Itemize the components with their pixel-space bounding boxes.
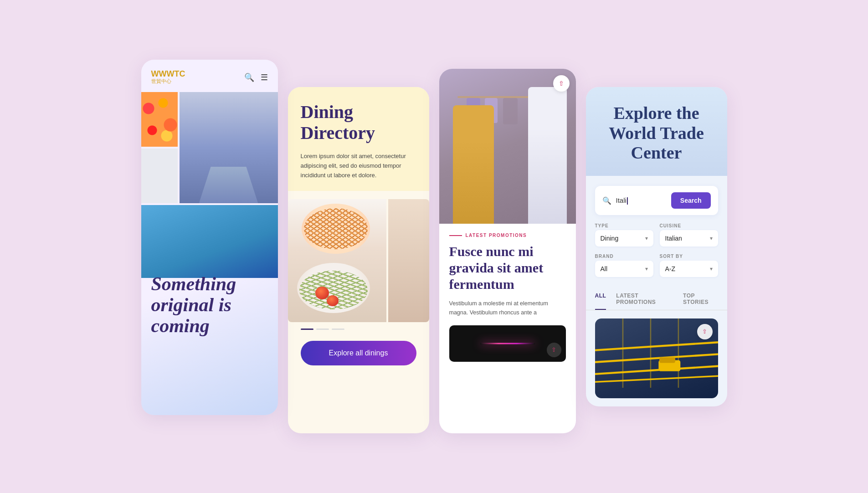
- svg-line-2: [595, 366, 718, 374]
- arch-image: [180, 92, 278, 203]
- search-bar: 🔍 Itali Search: [595, 186, 718, 215]
- video-glow: [480, 343, 535, 344]
- screen1-images: [141, 92, 278, 278]
- promo-line: [449, 235, 462, 236]
- tab-top-stories[interactable]: TOP STORIES: [683, 293, 718, 310]
- logo-text: WWWTC: [151, 70, 185, 78]
- food-image-side: [388, 199, 429, 322]
- chevron-down-icon-2: ▾: [710, 235, 713, 241]
- chevron-down-icon: ▾: [645, 235, 648, 241]
- type-select[interactable]: Dining ▾: [595, 230, 653, 246]
- cuisine-label: CUISINE: [660, 223, 718, 228]
- figure-left: [453, 105, 494, 224]
- screen1-header: WWWTC 世貿中心 🔍 ☰: [141, 60, 278, 89]
- screen4: Explore the World Trade Center 🔍 Itali S…: [586, 87, 727, 406]
- hanger3: [503, 98, 518, 124]
- search-icon: 🔍: [602, 196, 611, 205]
- card-parking: ⇧: [595, 318, 718, 398]
- tab-latest-promotions[interactable]: LATEST PROMOTIONS: [616, 293, 673, 310]
- dining-images: [288, 199, 429, 322]
- dot-1: [316, 329, 329, 330]
- search-icon-btn[interactable]: 🔍: [244, 72, 254, 82]
- logo-sub: 世貿中心: [151, 78, 185, 85]
- promo-title: Fusce nunc mi gravida sit amet fermentum: [449, 243, 566, 293]
- food-image-main: [288, 199, 386, 322]
- type-filter: TYPE Dining ▾: [595, 223, 653, 246]
- sort-label: SORT BY: [660, 254, 718, 259]
- brand-select[interactable]: All ▾: [595, 261, 653, 277]
- logo: WWWTC 世貿中心: [151, 70, 185, 85]
- dot-active: [301, 329, 313, 330]
- svg-line-1: [595, 354, 718, 362]
- sort-filter: SORT BY A-Z ▾: [660, 254, 718, 277]
- video-preview[interactable]: ⇧: [449, 325, 566, 362]
- cta-button-wrap: Explore all dinings: [288, 330, 429, 380]
- screen3-hero-image: ⇧: [439, 69, 576, 224]
- parking-image: ⇧: [595, 318, 718, 398]
- screens-container: WWWTC 世貿中心 🔍 ☰ Something original is com…: [141, 60, 727, 433]
- screen1: WWWTC 世貿中心 🔍 ☰ Something original is com…: [141, 60, 278, 415]
- cuisine-filter: CUISINE Italian ▾: [660, 223, 718, 246]
- share-button-video[interactable]: ⇧: [547, 343, 561, 357]
- menu-icon-btn[interactable]: ☰: [261, 72, 268, 82]
- share-button-card[interactable]: ⇧: [697, 324, 713, 339]
- small-empty-image: [141, 149, 178, 203]
- screen4-top: Explore the World Trade Center: [586, 87, 727, 176]
- svg-rect-8: [659, 357, 675, 363]
- screen1-text: Something original is coming: [141, 269, 278, 350]
- promo-tag-text: LATEST PROMOTIONS: [466, 233, 527, 238]
- explore-title: Explore the World Trade Center: [599, 103, 714, 163]
- svg-line-3: [595, 376, 718, 382]
- content-tabs: ALL LATEST PROMOTIONS TOP STORIES: [586, 284, 727, 310]
- dining-title: Dining Directory: [301, 102, 416, 144]
- share-button-hero[interactable]: ⇧: [553, 75, 570, 92]
- sort-select[interactable]: A-Z ▾: [660, 261, 718, 277]
- chevron-down-icon-3: ▾: [645, 266, 648, 272]
- screen3: ⇧ LATEST PROMOTIONS Fusce nunc mi gravid…: [439, 69, 576, 433]
- screen2-top: Dining Directory Lorem ipsum dolor sit a…: [288, 87, 429, 191]
- svg-line-0: [595, 342, 718, 350]
- search-input[interactable]: Itali: [616, 196, 667, 205]
- screen1-icons: 🔍 ☰: [244, 72, 268, 82]
- fruit-image: [141, 92, 178, 147]
- dot-2: [332, 329, 344, 330]
- chevron-down-icon-4: ▾: [710, 266, 713, 272]
- search-button[interactable]: Search: [671, 192, 711, 209]
- type-label: TYPE: [595, 223, 653, 228]
- pagination-dots: [288, 322, 429, 330]
- filter-section: TYPE Dining ▾ CUISINE Italian ▾ BRAND: [586, 215, 727, 277]
- figure-right: [528, 87, 567, 224]
- cuisine-select[interactable]: Italian ▾: [660, 230, 718, 246]
- promo-description: Vestibulum a molestie mi at elementum ma…: [449, 299, 566, 317]
- brand-filter: BRAND All ▾: [595, 254, 653, 277]
- dining-description: Lorem ipsum dolor sit amet, consectetur …: [301, 152, 416, 180]
- filter-row-2: BRAND All ▾ SORT BY A-Z ▾: [595, 254, 718, 277]
- filter-row-1: TYPE Dining ▾ CUISINE Italian ▾: [595, 223, 718, 246]
- screen3-content: LATEST PROMOTIONS Fusce nunc mi gravida …: [439, 224, 576, 371]
- person-image: [141, 205, 278, 278]
- tab-all[interactable]: ALL: [595, 293, 606, 310]
- brand-label: BRAND: [595, 254, 653, 259]
- promo-label: LATEST PROMOTIONS: [449, 233, 566, 238]
- explore-dinings-button[interactable]: Explore all dinings: [301, 341, 416, 365]
- screen1-headline: Something original is coming: [151, 273, 268, 337]
- screen2: Dining Directory Lorem ipsum dolor sit a…: [288, 87, 429, 433]
